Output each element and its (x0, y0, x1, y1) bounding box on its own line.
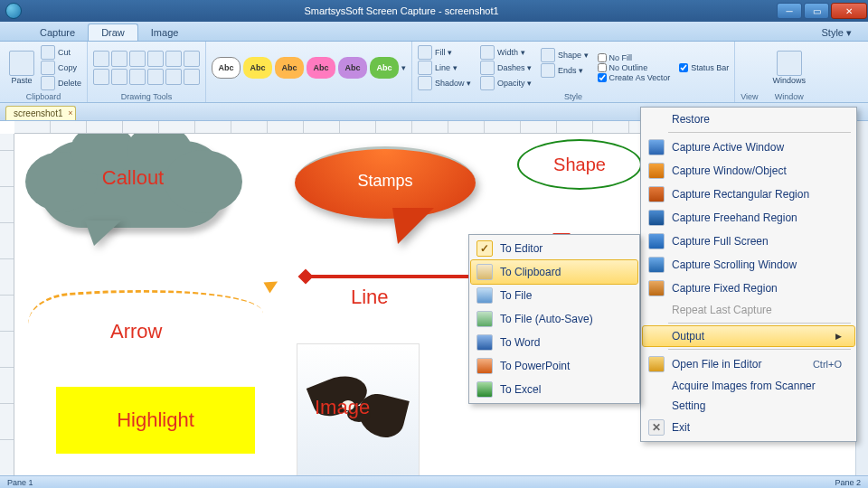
tool-callout-icon[interactable] (129, 51, 146, 67)
menu-capture-window-object[interactable]: Capture Window/Object (643, 159, 854, 183)
highlight-object[interactable]: Highlight (56, 387, 255, 454)
stamp-purple[interactable]: Abc (338, 57, 367, 79)
no-outline-check[interactable]: No Outline (598, 63, 671, 72)
menu-capture-active-window[interactable]: Capture Active Window (643, 136, 854, 159)
menu-exit[interactable]: ✕Exit (643, 416, 854, 439)
menu-to-clipboard[interactable]: To Clipboard (471, 260, 637, 284)
word-icon (476, 334, 493, 351)
ribbon: Paste Cut Copy Delete Clipboard Drawing … (0, 42, 868, 103)
menu-capture-fixed[interactable]: Capture Fixed Region (643, 277, 854, 300)
freehand-icon (648, 210, 665, 226)
menu-to-file-auto[interactable]: To File (Auto-Save) (471, 307, 637, 331)
create-vector-check[interactable]: Create As Vector (598, 73, 671, 82)
status-bar: Pane 1 Pane 2 (0, 475, 868, 488)
doc-tab-label: screenshot1 (14, 108, 62, 118)
ends-button[interactable]: Ends ▾ (541, 63, 589, 78)
menu-separator (668, 323, 851, 324)
tool-pen-icon[interactable] (165, 69, 182, 85)
file-auto-icon (476, 311, 493, 327)
menu-acquire-scanner[interactable]: Acquire Images from Scanner (643, 376, 854, 396)
window-controls: ─ ▭ ✕ (776, 1, 868, 21)
shadow-button[interactable]: Shadow ▾ (418, 76, 471, 90)
tab-draw[interactable]: Draw (88, 23, 138, 41)
window-group-label: Window (769, 91, 810, 101)
submenu-arrow-icon: ▶ (835, 332, 842, 341)
fixed-region-icon (648, 280, 665, 296)
view-label: View (741, 91, 758, 101)
line-object[interactable] (304, 275, 485, 278)
tab-capture[interactable]: Capture (27, 24, 88, 41)
tool-highlight-icon[interactable] (111, 69, 127, 85)
width-button[interactable]: Width ▾ (480, 45, 532, 60)
tool-eraser-icon[interactable] (184, 69, 200, 85)
menu-output[interactable]: Output▶ (643, 326, 854, 346)
stamp-label: Stamps (295, 172, 476, 191)
shape-button[interactable]: Shape ▾ (541, 48, 589, 62)
line-button[interactable]: Line ▾ (418, 61, 471, 75)
stamp-green[interactable]: Abc (370, 57, 399, 79)
stamp-yellow[interactable]: Abc (243, 57, 272, 79)
fill-button[interactable]: Fill ▾ (418, 45, 471, 60)
close-button[interactable]: ✕ (831, 3, 867, 19)
tool-image-icon[interactable] (129, 69, 146, 85)
menu-capture-rect[interactable]: Capture Rectangular Region (643, 183, 854, 206)
powerpoint-icon (476, 358, 493, 374)
menu-capture-scrolling[interactable]: Capture Scrolling Window (643, 253, 854, 277)
stamp-object[interactable]: Stamps (295, 146, 476, 255)
group-window: Windows Window (764, 42, 816, 102)
tool-arrow-icon[interactable] (184, 51, 200, 67)
cut-button[interactable]: Cut (41, 45, 81, 60)
menu-separator (668, 349, 851, 350)
copy-button[interactable]: Copy (41, 61, 81, 75)
stamps-expand-icon[interactable]: ▾ (401, 63, 406, 72)
minimize-button[interactable]: ─ (777, 3, 802, 19)
menu-to-file[interactable]: To File (471, 284, 637, 307)
tool-marquee-icon[interactable] (111, 51, 127, 67)
tool-line-icon[interactable] (165, 51, 182, 67)
menu-to-editor[interactable]: ✓To Editor (471, 237, 637, 260)
delete-button[interactable]: Delete (41, 76, 81, 90)
paste-button[interactable]: Paste (5, 49, 38, 87)
doc-tab-close-icon[interactable]: × (68, 108, 72, 117)
stamp-pink[interactable]: Abc (307, 57, 335, 79)
exit-icon: ✕ (648, 419, 665, 436)
menu-separator (668, 132, 851, 133)
maximize-button[interactable]: ▭ (804, 3, 829, 19)
tool-shape-icon[interactable] (147, 51, 164, 67)
statusbar-check[interactable]: Status Bar (679, 63, 729, 72)
menu-to-ppt[interactable]: To PowerPoint (471, 354, 637, 378)
menu-open-file[interactable]: Open File in EditorCtrl+O (643, 352, 854, 376)
callout-object[interactable]: Callout (38, 141, 228, 249)
group-drawing-tools: Drawing Tools (88, 42, 206, 102)
fill-icon (418, 45, 432, 60)
menu-setting[interactable]: Setting (643, 396, 854, 416)
menu-restore[interactable]: Restore (643, 109, 854, 129)
dashes-button[interactable]: Dashes ▾ (480, 61, 532, 75)
shape-object[interactable]: Shape (517, 139, 642, 190)
clipboard-icon (476, 264, 493, 280)
tool-text-icon[interactable] (93, 69, 109, 85)
stamp-white[interactable]: Abc (212, 57, 241, 79)
menu-to-excel[interactable]: To Excel (471, 378, 637, 401)
arrow-label: Arrow (110, 320, 162, 343)
menu-capture-freehand[interactable]: Capture Freehand Region (643, 206, 854, 230)
opacity-button[interactable]: Opacity ▾ (480, 76, 532, 90)
vertical-scrollbar[interactable] (855, 121, 868, 475)
windows-button[interactable]: Windows (769, 49, 810, 87)
highlight-label: Highlight (117, 408, 194, 432)
shape-label: Shape (553, 155, 606, 175)
menu-capture-full[interactable]: Capture Full Screen (643, 230, 854, 253)
no-fill-check[interactable]: No Fill (598, 53, 671, 62)
delete-icon (41, 76, 55, 90)
app-icon (5, 3, 22, 19)
tool-select-icon[interactable] (93, 51, 109, 67)
style-dropdown[interactable]: Style ▾ (814, 25, 859, 41)
tool-stamp-icon[interactable] (147, 69, 164, 85)
tab-image[interactable]: Image (138, 24, 192, 41)
dashes-icon (480, 61, 495, 75)
doc-tab-screenshot1[interactable]: screenshot1 × (5, 106, 76, 120)
window-object-icon (648, 163, 665, 179)
stamp-orange[interactable]: Abc (275, 57, 304, 79)
line-label: Line (351, 286, 389, 309)
menu-to-word[interactable]: To Word (471, 331, 637, 354)
